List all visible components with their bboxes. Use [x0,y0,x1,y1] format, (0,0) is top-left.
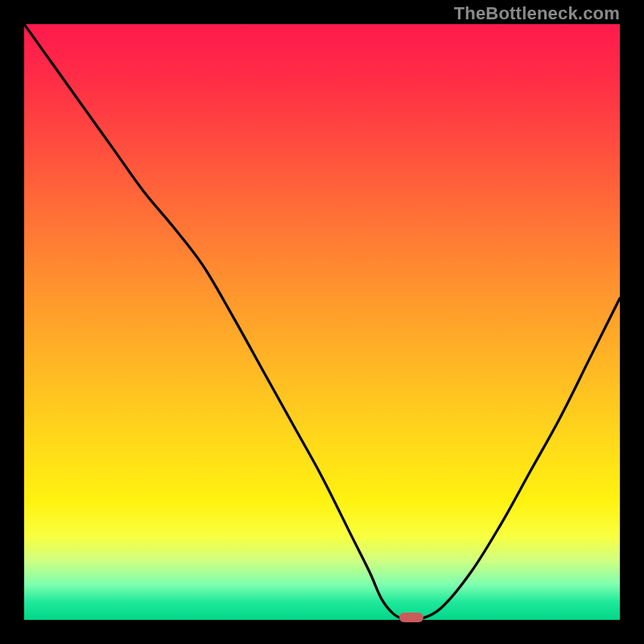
plot-area [24,24,620,620]
chart-frame: TheBottleneck.com [0,0,644,644]
curve-path [24,24,620,620]
bottleneck-curve [24,24,620,620]
min-marker-icon [399,613,423,622]
watermark-text: TheBottleneck.com [454,3,620,24]
